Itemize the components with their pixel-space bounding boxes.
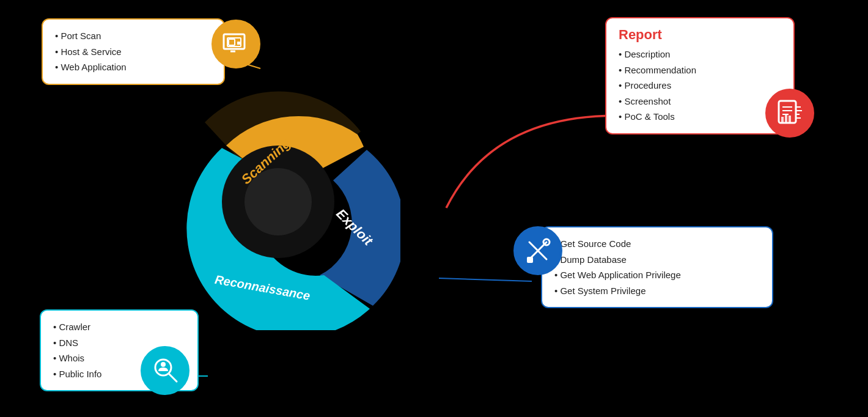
svg-line-2 xyxy=(439,278,532,281)
scanning-icon-circle xyxy=(211,20,260,68)
svg-rect-14 xyxy=(237,42,240,45)
svg-rect-32 xyxy=(789,116,791,123)
report-icon xyxy=(775,98,804,128)
scanning-item-1: Port Scan xyxy=(55,28,211,44)
svg-rect-31 xyxy=(785,114,787,123)
exploit-icon-circle xyxy=(513,226,562,275)
report-icon-circle xyxy=(765,89,814,138)
scanning-icon xyxy=(221,29,251,59)
scanning-item-3: Web Application xyxy=(55,59,211,75)
svg-rect-20 xyxy=(527,257,533,263)
recon-icon-circle xyxy=(141,346,189,395)
report-title: Report xyxy=(619,27,781,43)
circle-diagram: Scanning Exploit Reconnaissance xyxy=(156,73,400,330)
exploit-icon xyxy=(523,236,553,265)
scanning-item-2: Host & Service xyxy=(55,44,211,60)
recon-icon xyxy=(150,355,180,386)
report-item-2: Recommendation xyxy=(619,62,781,78)
svg-rect-30 xyxy=(781,117,784,123)
exploit-item-1: Get Source Code xyxy=(554,236,760,252)
scanning-list: Port Scan Host & Service Web Application xyxy=(55,28,211,75)
exploit-item-3: Get Web Application Privilege xyxy=(554,267,760,283)
report-item-3: Procedures xyxy=(619,78,781,94)
report-item-4: Screenshot xyxy=(619,94,781,109)
svg-rect-12 xyxy=(229,39,235,45)
exploit-item-2: Dump Database xyxy=(554,252,760,268)
exploit-info-box: Get Source Code Dump Database Get Web Ap… xyxy=(541,226,773,308)
svg-line-16 xyxy=(169,374,177,382)
exploit-list: Get Source Code Dump Database Get Web Ap… xyxy=(554,236,760,298)
svg-point-17 xyxy=(161,362,166,367)
exploit-item-4: Get System Privilege xyxy=(554,283,760,299)
report-list: Description Recommendation Procedures Sc… xyxy=(619,46,781,125)
main-container: Port Scan Host & Service Web Application… xyxy=(0,0,868,417)
report-item-1: Description xyxy=(619,46,781,62)
report-item-5: PoC & Tools xyxy=(619,109,781,125)
